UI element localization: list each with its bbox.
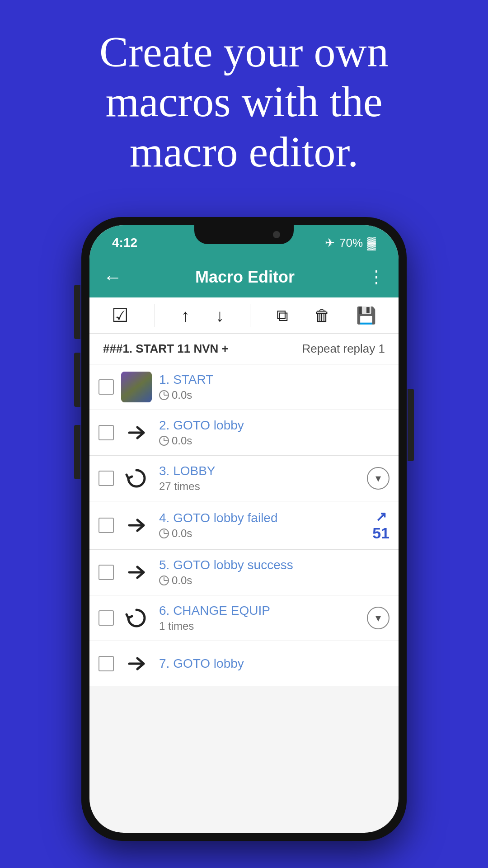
clock-icon-4 <box>159 528 169 538</box>
item-subtitle-2: 0.0s <box>159 434 389 447</box>
clock-icon-2 <box>159 436 169 446</box>
phone-screen: 4:12 ✈ 70% ▓ ← Macro Editor ⋮ ☑ ↑ ↓ <box>89 225 399 833</box>
battery-text: 70% <box>339 236 363 250</box>
item-checkbox-7[interactable] <box>99 656 114 671</box>
battery-icon: ▓ <box>367 236 376 250</box>
back-button[interactable]: ← <box>103 266 122 288</box>
check-icon[interactable]: ☑ <box>112 304 129 326</box>
hero-line3: macro editor. <box>130 127 358 176</box>
status-icons: ✈ 70% ▓ <box>325 236 376 250</box>
list-item[interactable]: 1. START 0.0s <box>89 364 399 410</box>
list-item[interactable]: 4. GOTO lobby failed 0.0s ↗ 51 <box>89 501 399 550</box>
item-badge-4: ↗ 51 <box>372 509 389 542</box>
item-icon-refresh-6 <box>121 603 152 633</box>
macro-list: 1. START 0.0s 2. GOTO lobby <box>89 364 399 686</box>
item-checkbox-2[interactable] <box>99 425 114 440</box>
phone-wrapper: 4:12 ✈ 70% ▓ ← Macro Editor ⋮ ☑ ↑ ↓ <box>81 217 407 841</box>
save-icon[interactable]: 💾 <box>356 306 376 325</box>
item-title-3: 3. LOBBY <box>159 464 360 478</box>
phone-shell: 4:12 ✈ 70% ▓ ← Macro Editor ⋮ ☑ ↑ ↓ <box>81 217 407 841</box>
hero-line1: Create your own <box>99 28 389 76</box>
item-title-2: 2. GOTO lobby <box>159 418 389 433</box>
item-content-3: 3. LOBBY 27 times <box>159 464 360 493</box>
list-item[interactable]: 6. CHANGE EQUIP 1 times ▾ <box>89 595 399 641</box>
item-icon-start <box>121 372 152 402</box>
airplane-icon: ✈ <box>325 236 335 250</box>
badge-arrow-4: ↗ <box>375 509 387 524</box>
item-checkbox-3[interactable] <box>99 471 114 486</box>
dropdown-button-3[interactable]: ▾ <box>367 467 389 490</box>
toolbar-divider2 <box>250 304 250 327</box>
item-content-2: 2. GOTO lobby 0.0s <box>159 418 389 447</box>
item-icon-arrow-2 <box>121 417 152 448</box>
item-icon-refresh-3 <box>121 463 152 494</box>
item-content-5: 5. GOTO lobby success 0.0s <box>159 558 389 587</box>
item-icon-arrow-4 <box>121 510 152 541</box>
item-title-1: 1. START <box>159 373 389 387</box>
move-up-icon[interactable]: ↑ <box>181 306 189 326</box>
macro-name: ###1. START 11 NVN + <box>103 342 229 356</box>
hero-text: Create your own macros with the macro ed… <box>0 27 488 177</box>
item-subtitle-6: 1 times <box>159 620 360 632</box>
list-item[interactable]: 3. LOBBY 27 times ▾ <box>89 456 399 501</box>
dropdown-button-6[interactable]: ▾ <box>367 607 389 629</box>
list-item[interactable]: 7. GOTO lobby <box>89 641 399 686</box>
item-title-5: 5. GOTO lobby success <box>159 558 389 572</box>
hero-line2: macros with the <box>105 77 382 126</box>
item-checkbox-1[interactable] <box>99 379 114 395</box>
macro-header: ###1. START 11 NVN + Repeat replay 1 <box>89 334 399 364</box>
item-checkbox-5[interactable] <box>99 565 114 580</box>
item-title-7: 7. GOTO lobby <box>159 656 389 671</box>
delete-icon[interactable]: 🗑 <box>314 306 330 325</box>
toolbar-divider <box>155 304 155 327</box>
item-title-6: 6. CHANGE EQUIP <box>159 604 360 618</box>
item-content-7: 7. GOTO lobby <box>159 656 389 671</box>
badge-num-4: 51 <box>372 524 389 542</box>
app-bar: ← Macro Editor ⋮ <box>89 257 399 297</box>
status-time: 4:12 <box>112 236 137 250</box>
list-item[interactable]: 5. GOTO lobby success 0.0s <box>89 550 399 595</box>
item-checkbox-4[interactable] <box>99 518 114 533</box>
menu-button[interactable]: ⋮ <box>368 267 385 287</box>
item-content-6: 6. CHANGE EQUIP 1 times <box>159 604 360 632</box>
copy-icon[interactable]: ⧉ <box>277 306 288 325</box>
list-item[interactable]: 2. GOTO lobby 0.0s <box>89 410 399 456</box>
toolbar: ☑ ↑ ↓ ⧉ 🗑 💾 <box>89 297 399 334</box>
notch <box>194 225 294 244</box>
clock-icon-1 <box>159 390 169 400</box>
notch-camera <box>273 231 280 238</box>
move-down-icon[interactable]: ↓ <box>216 306 224 326</box>
item-icon-arrow-7 <box>121 648 152 679</box>
item-subtitle-4: 0.0s <box>159 527 365 540</box>
item-checkbox-6[interactable] <box>99 610 114 626</box>
item-subtitle-1: 0.0s <box>159 389 389 401</box>
item-subtitle-5: 0.0s <box>159 574 389 587</box>
item-subtitle-3: 27 times <box>159 480 360 493</box>
clock-icon-5 <box>159 576 169 585</box>
item-icon-arrow-5 <box>121 557 152 588</box>
item-content-4: 4. GOTO lobby failed 0.0s <box>159 511 365 540</box>
item-title-4: 4. GOTO lobby failed <box>159 511 365 525</box>
app-bar-title: Macro Editor <box>131 268 359 287</box>
macro-repeat: Repeat replay 1 <box>302 342 385 356</box>
item-content-1: 1. START 0.0s <box>159 373 389 401</box>
